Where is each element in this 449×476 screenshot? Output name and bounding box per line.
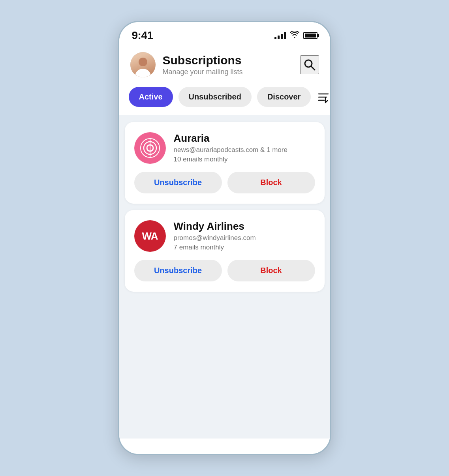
auraria-info: Auraria news@aurariapodcasts.com & 1 mor… <box>174 132 315 163</box>
subscription-card-windy: WA Windy Airlines promos@windyairlines.c… <box>125 210 325 292</box>
svg-line-1 <box>311 66 315 70</box>
auraria-unsubscribe-button[interactable]: Unsubscribe <box>134 172 222 193</box>
windy-email: promos@windyairlines.com <box>174 234 315 242</box>
status-icons <box>274 31 317 40</box>
windy-actions: Unsubscribe Block <box>134 260 315 281</box>
content-area: Auraria news@aurariapodcasts.com & 1 mor… <box>119 115 330 439</box>
auraria-block-button[interactable]: Block <box>227 172 315 193</box>
signal-bar-1 <box>274 37 276 39</box>
phone-frame: 9:41 <box>118 21 331 455</box>
windy-name: Windy Airlines <box>174 220 315 232</box>
tab-unsubscribed[interactable]: Unsubscribed <box>178 87 252 107</box>
header-text: Subscriptions Manage your mailing lists <box>163 54 300 76</box>
signal-bars-icon <box>274 32 286 39</box>
signal-bar-3 <box>281 34 283 39</box>
auraria-logo <box>134 132 166 164</box>
header: Subscriptions Manage your mailing lists <box>119 46 330 84</box>
status-time: 9:41 <box>132 29 153 42</box>
filter-bar: Active Unsubscribed Discover <box>119 84 330 115</box>
windy-frequency: 7 emails monthly <box>174 244 315 251</box>
windy-block-button[interactable]: Block <box>227 260 315 281</box>
avatar <box>130 52 156 77</box>
auraria-frequency: 10 emails monthly <box>174 156 315 163</box>
windy-logo: WA <box>134 220 166 252</box>
battery-fill <box>305 34 316 37</box>
search-button[interactable] <box>300 55 319 74</box>
page-subtitle: Manage your mailing lists <box>163 68 300 76</box>
avatar-face <box>130 52 156 77</box>
tab-discover[interactable]: Discover <box>257 87 311 107</box>
status-bar: 9:41 <box>119 22 330 46</box>
windy-info: Windy Airlines promos@windyairlines.com … <box>174 220 315 251</box>
tab-active[interactable]: Active <box>129 87 173 107</box>
battery-icon <box>303 32 317 39</box>
auraria-email: news@aurariapodcasts.com & 1 more <box>174 146 315 154</box>
wifi-icon <box>290 31 299 40</box>
card-top-auraria: Auraria news@aurariapodcasts.com & 1 mor… <box>134 132 315 164</box>
signal-bar-2 <box>278 36 280 39</box>
auraria-name: Auraria <box>174 132 315 144</box>
subscription-card-auraria: Auraria news@aurariapodcasts.com & 1 mor… <box>125 122 325 204</box>
auraria-actions: Unsubscribe Block <box>134 172 315 193</box>
signal-bar-4 <box>284 32 286 39</box>
sort-button[interactable] <box>316 88 331 107</box>
windy-unsubscribe-button[interactable]: Unsubscribe <box>134 260 222 281</box>
page-title: Subscriptions <box>163 54 300 67</box>
card-top-windy: WA Windy Airlines promos@windyairlines.c… <box>134 220 315 252</box>
windy-logo-text: WA <box>142 230 158 242</box>
